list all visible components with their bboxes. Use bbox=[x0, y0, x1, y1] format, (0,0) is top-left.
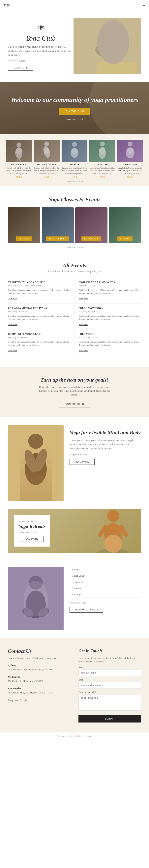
iyengar-silhouette bbox=[89, 140, 115, 162]
contact-sydney-city: Sydney bbox=[8, 664, 71, 667]
svg-point-0 bbox=[40, 26, 42, 29]
svg-point-17 bbox=[72, 142, 77, 147]
event-5-date: Tue, May 6 · 7:00 PM bbox=[79, 336, 141, 339]
retreats-person-svg bbox=[94, 509, 133, 553]
contact-credit-link[interactable]: Freepik bbox=[20, 699, 27, 702]
svg-point-12 bbox=[15, 147, 23, 158]
flex-mind-read-more-button[interactable]: READ MORE bbox=[70, 459, 95, 465]
event-4-link[interactable]: learn more bbox=[8, 349, 17, 351]
class-item-hatha[interactable]: Hatha Yoga bbox=[70, 573, 141, 579]
classes-credit-link[interactable]: Freepik bbox=[76, 246, 83, 248]
hero-section: Yoga Club This eco-friendly yoga studio … bbox=[0, 10, 149, 82]
pilates-desc: Sample text. Click to select the text. C… bbox=[62, 166, 87, 175]
flex-mind-section: Yoga for Flexible Mind and Body Lorem ip… bbox=[0, 421, 149, 509]
cta-join-button[interactable]: JOIN THE CLUB bbox=[59, 401, 89, 407]
event-0-link[interactable]: learn more bbox=[8, 297, 17, 300]
welcome-credit-link[interactable]: Freepik bbox=[76, 118, 83, 120]
svg-line-13 bbox=[17, 158, 19, 161]
retreats-credit: Image from Freepik bbox=[19, 531, 45, 533]
message-label: How can we help? bbox=[78, 691, 141, 694]
join-club-button[interactable]: JOIN THE CLUB bbox=[59, 108, 90, 115]
kundalini-desc: Sample text. Click to select the text. C… bbox=[117, 166, 143, 175]
hero-photo-svg bbox=[74, 18, 141, 74]
event-4-date: Tue, May 3 · 3:00 PM bbox=[8, 336, 71, 339]
kundalini-title: KUNDALINI bbox=[117, 163, 143, 166]
class-item-kundalini[interactable]: Kundalini bbox=[70, 585, 141, 591]
pilates-silhouette bbox=[62, 140, 87, 162]
all-events-heading: All Events bbox=[8, 262, 141, 269]
class-item-ashtanga[interactable]: Ashtanga bbox=[70, 591, 141, 597]
svg-point-16 bbox=[42, 145, 51, 158]
flex-mind-credit-link[interactable]: Freepik bbox=[81, 453, 88, 456]
contact-intro: Any questions or remarks? Just write us … bbox=[8, 656, 71, 660]
contact-sydney: Sydney 48 Runaway St, Sydney NSW 2000, A… bbox=[8, 664, 71, 671]
hatha-more-link[interactable]: MORE bbox=[6, 176, 32, 178]
submit-button[interactable]: SUBMIT bbox=[78, 715, 141, 722]
event-community: COMMUNITY YOGA CLASS Tue, May 3 · 3:00 P… bbox=[8, 330, 75, 355]
contact-left: Contact Us Any questions or remarks? Jus… bbox=[8, 648, 71, 722]
view-all-classes-button[interactable]: VIEW ALL CLASSES bbox=[70, 607, 103, 613]
event-1-link[interactable]: learn more bbox=[79, 297, 88, 300]
events-label: EVENTS bbox=[117, 237, 133, 241]
message-textarea[interactable] bbox=[78, 695, 141, 711]
classes-list-credit: Image from Freepik bbox=[70, 601, 141, 604]
contact-los-angeles: Los Angeles 45 Wilshire Blvd, Los Angele… bbox=[8, 687, 71, 694]
hamburger-menu-icon[interactable]: ≡ bbox=[143, 2, 145, 7]
event-traditional: TRADITIONAL YOGA COURSE Tue, May 13, 4:0… bbox=[8, 278, 75, 304]
hero-photo bbox=[74, 18, 141, 74]
event-5-title: FREE YOGA bbox=[79, 333, 141, 336]
kundalini-more-link[interactable]: MORE bbox=[117, 176, 143, 178]
contact-la-address: 45 Wilshire Blvd, Los Angeles CA 90071, … bbox=[8, 691, 71, 694]
event-5-link[interactable]: learn more bbox=[79, 349, 88, 351]
classes-card[interactable]: CLASSES bbox=[8, 207, 40, 243]
class-item-restorative[interactable]: Restorative bbox=[70, 579, 141, 585]
hero-credit-link[interactable]: Freepik bbox=[19, 59, 26, 62]
event-0-date: Tue, May 13, 4:00 PM · 3 more events bbox=[8, 284, 71, 287]
classes-label: CLASSES bbox=[16, 237, 32, 241]
vinyasa-more-link[interactable]: MORE bbox=[34, 176, 60, 178]
welcome-heading: Welcome to our community of yoga practit… bbox=[8, 96, 141, 104]
event-3-desc: Docipher sit occaecat cupidatat non proi… bbox=[79, 314, 141, 321]
svg-point-21 bbox=[128, 142, 133, 146]
flex-mind-content: Yoga for Flexible Mind and Body Lorem ip… bbox=[70, 425, 141, 465]
event-5-desc: Docipher sit occaecat cupidatat non proi… bbox=[79, 340, 141, 347]
education-card[interactable]: EDUCATION bbox=[75, 207, 108, 243]
retreats-credit-link[interactable]: Freepik bbox=[29, 531, 36, 533]
event-3-title: PREGNANCY YOGA bbox=[79, 307, 141, 310]
email-form-group: Email bbox=[78, 678, 141, 688]
event-2-date: Mon, May 13, 4:00 PM bbox=[8, 310, 71, 313]
pilates-more-link[interactable]: MORE bbox=[62, 176, 87, 178]
retreats-bg: YOGA STUDIO Yoga Retreats Image from Fre… bbox=[8, 509, 141, 553]
flex-mind-heading: Yoga for Flexible Mind and Body bbox=[70, 429, 141, 436]
svg-point-11 bbox=[16, 143, 21, 147]
event-english-flow: ENGLISH YOGA FLOW & TEA Fri, May 3 · 7:1… bbox=[75, 278, 141, 304]
classes-list-section: Vinyasa Hatha Yoga Restorative Kundalini… bbox=[0, 561, 149, 638]
yoga-type-pilates: PILATES Sample text. Click to select the… bbox=[62, 140, 87, 178]
hero-read-more-button[interactable]: READ MORE bbox=[8, 65, 33, 71]
class-item-vinyasa[interactable]: Vinyasa bbox=[70, 567, 141, 573]
classes-credit: Image from Freepik bbox=[8, 246, 141, 248]
classes-list-image bbox=[8, 567, 64, 630]
logo: logo bbox=[4, 3, 9, 7]
iyengar-desc: Sample text. Click to select the text. C… bbox=[89, 166, 115, 175]
name-form-group: Name bbox=[78, 666, 141, 676]
instructors-card[interactable]: INSTRUCTORS bbox=[42, 207, 74, 243]
cta-heading: Turn up the heat on your goals! bbox=[8, 377, 141, 383]
hero-logo bbox=[8, 21, 74, 32]
contact-melbourne-city: Melbourne bbox=[8, 675, 71, 679]
iyengar-more-link[interactable]: MORE bbox=[89, 176, 115, 178]
event-3-link[interactable]: learn more bbox=[79, 323, 88, 326]
svg-point-18 bbox=[71, 148, 78, 158]
classes-list-credit-link[interactable]: Freepik bbox=[80, 601, 87, 604]
yoga-type-vinyasa: HATHA VINYASA Sample text. Click to sele… bbox=[34, 140, 60, 178]
contact-credit: Image from Freepik bbox=[8, 699, 71, 702]
iyengar-image bbox=[89, 140, 115, 162]
name-input[interactable] bbox=[78, 670, 141, 676]
email-label: Email bbox=[78, 678, 141, 681]
types-credit-link[interactable]: Freepik bbox=[76, 180, 83, 182]
email-input[interactable] bbox=[78, 682, 141, 688]
retreats-read-more-button[interactable]: READ MORE bbox=[19, 536, 44, 542]
event-2-link[interactable]: learn more bbox=[8, 323, 17, 326]
event-0-title: TRADITIONAL YOGA COURSE bbox=[8, 281, 71, 284]
events-card[interactable]: EVENTS bbox=[109, 207, 141, 243]
